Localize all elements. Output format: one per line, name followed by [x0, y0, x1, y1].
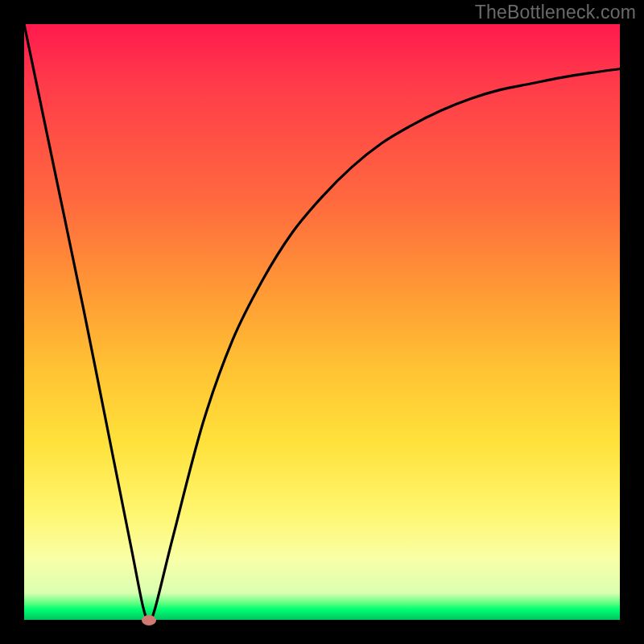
chart-frame: TheBottleneck.com [0, 0, 644, 644]
marker-dot [142, 615, 156, 625]
curve-path [24, 24, 620, 620]
watermark-text: TheBottleneck.com [475, 2, 636, 23]
plot-area [24, 24, 620, 620]
curve-svg [24, 24, 620, 620]
